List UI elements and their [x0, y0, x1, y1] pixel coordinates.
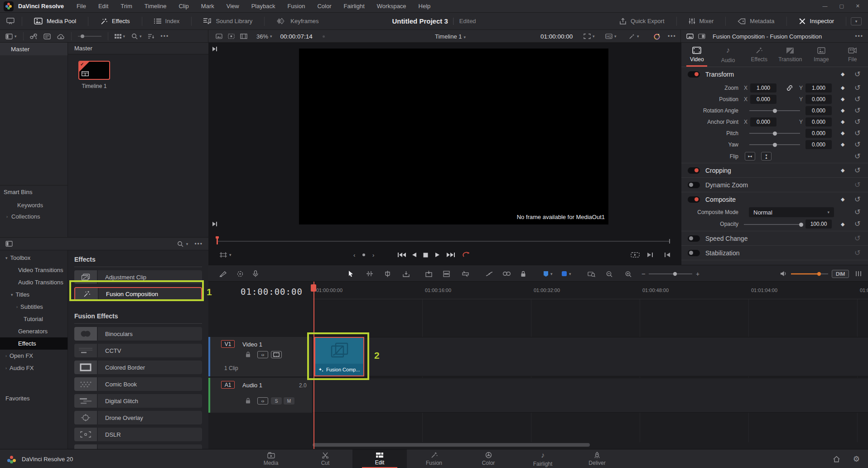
- zoom-in-button[interactable]: +: [696, 265, 699, 282]
- bin-root-master[interactable]: Master: [0, 43, 68, 55]
- tab-audio[interactable]: ♪ Audio: [713, 43, 744, 67]
- page-media[interactable]: Media: [244, 449, 298, 468]
- go-to-last-frame-button[interactable]: [447, 247, 455, 263]
- sidebar-item-favorites[interactable]: Favorites: [0, 392, 68, 405]
- dynamic-zoom-toggle[interactable]: [688, 182, 700, 188]
- relink-icon[interactable]: [30, 33, 37, 39]
- flip-reset-icon[interactable]: ↺: [854, 153, 860, 160]
- rotation-field[interactable]: 0.000: [805, 106, 832, 115]
- cropping-keyframe-icon[interactable]: ◆: [841, 167, 844, 173]
- fit-to-fill-button[interactable]: [462, 265, 469, 282]
- audio-track-badge[interactable]: A1: [221, 381, 235, 389]
- trim-edit-mode-button[interactable]: [366, 265, 373, 282]
- composite-keyframe-icon[interactable]: ◆: [841, 196, 844, 202]
- pitch-field[interactable]: 0.000: [805, 129, 832, 138]
- effects-search-icon[interactable]: [177, 241, 183, 247]
- smart-bins-header[interactable]: Smart Bins: [4, 189, 33, 195]
- audio-track-solo-button[interactable]: S: [271, 397, 282, 405]
- page-fairlight[interactable]: ♪ Fairlight: [516, 449, 570, 468]
- stop-button[interactable]: [423, 247, 428, 263]
- retime-curve-button[interactable]: [486, 265, 493, 282]
- add-marker-button[interactable]: ▾: [543, 265, 553, 282]
- voiceover-mic-icon[interactable]: [253, 265, 258, 282]
- transform-toggle[interactable]: [688, 71, 700, 78]
- speed-change-toggle[interactable]: [688, 235, 700, 242]
- video-track-lock-icon[interactable]: [246, 351, 251, 357]
- yaw-keyframe-icon[interactable]: ◆: [841, 141, 844, 147]
- page-color[interactable]: Color: [461, 449, 516, 468]
- menu-file[interactable]: File: [77, 3, 86, 10]
- menu-edit[interactable]: Edit: [98, 3, 108, 10]
- cloud-sync-icon[interactable]: [57, 34, 65, 39]
- jog-dot-icon[interactable]: [362, 247, 365, 263]
- position-keyframe-icon[interactable]: ◆: [841, 96, 844, 102]
- mixer-button[interactable]: Mixer: [681, 13, 721, 30]
- anchor-x-field[interactable]: 0.000: [750, 117, 776, 127]
- page-fusion[interactable]: Fusion: [407, 449, 461, 468]
- opacity-slider[interactable]: [799, 223, 803, 227]
- keyframes-button[interactable]: Keyframes: [269, 13, 326, 30]
- composite-toggle[interactable]: [688, 196, 700, 203]
- position-x-field[interactable]: 0.000: [750, 95, 776, 104]
- tab-transition[interactable]: Transition: [775, 43, 806, 67]
- anchor-y-field[interactable]: 0.000: [805, 117, 832, 127]
- page-deliver[interactable]: Deliver: [570, 449, 624, 468]
- frame-step-forward-icon[interactable]: ›: [372, 247, 374, 263]
- audio-monitor-slider[interactable]: [791, 265, 828, 282]
- timeline-view-options-icon[interactable]: [219, 265, 227, 282]
- dim-button[interactable]: DIM: [832, 270, 849, 278]
- page-cut[interactable]: Cut: [298, 449, 352, 468]
- frame-step-back-icon[interactable]: ‹: [353, 247, 355, 263]
- menu-fairlight[interactable]: Fairlight: [344, 3, 365, 10]
- media-pool-more-icon[interactable]: •••: [161, 33, 169, 39]
- index-button[interactable]: Index: [147, 13, 187, 30]
- clean-feed-icon[interactable]: ▾: [219, 247, 231, 263]
- loop-range-icon[interactable]: [631, 247, 640, 263]
- menu-view[interactable]: View: [227, 3, 239, 10]
- rotation-slider[interactable]: [773, 109, 777, 113]
- insert-clip-button[interactable]: [403, 265, 410, 282]
- timeline-horizontal-scrollbar[interactable]: [313, 443, 590, 447]
- viewer-fit-icon[interactable]: ▾: [583, 34, 595, 39]
- flip-vertical-button[interactable]: ▾▴: [761, 152, 772, 161]
- tab-file[interactable]: File: [837, 43, 868, 67]
- tab-image[interactable]: Image: [806, 43, 837, 67]
- marker-color-button[interactable]: ▾: [561, 265, 571, 282]
- video-track-filmstrip-icon[interactable]: [271, 351, 282, 358]
- effects-button[interactable]: Effects: [93, 13, 137, 30]
- sidebar-item-subtitles[interactable]: ›Subtitles: [0, 301, 68, 313]
- viewer-more-icon[interactable]: •••: [668, 33, 676, 39]
- composite-mode-dropdown[interactable]: Normal▾: [749, 207, 834, 217]
- viewer-in-marker-icon[interactable]: [212, 46, 217, 52]
- stabilization-reset-icon[interactable]: ↺: [854, 249, 860, 257]
- menu-help[interactable]: Help: [419, 3, 431, 10]
- effects-search-chevron[interactable]: ▾: [186, 242, 188, 246]
- timeline-full-extent-zoom-button[interactable]: [588, 265, 595, 282]
- viewer-mode-overlay-icon[interactable]: [228, 34, 235, 39]
- menu-fusion[interactable]: Fusion: [287, 3, 305, 10]
- next-edit-icon[interactable]: [647, 247, 653, 263]
- composite-section-header[interactable]: Composite ◆ ↺: [681, 192, 868, 206]
- sidebar-item-toolbox[interactable]: ▾Toolbox: [0, 252, 68, 264]
- audio-monitor-speaker-icon[interactable]: [780, 265, 787, 282]
- dynamic-zoom-section-header[interactable]: Dynamic Zoom ↺: [681, 178, 868, 192]
- transform-reset-icon[interactable]: ↺: [854, 71, 860, 78]
- grid-view-icon[interactable]: ▾: [115, 34, 125, 39]
- position-y-field[interactable]: 0.000: [805, 95, 832, 104]
- sidebar-item-generators[interactable]: Generators: [0, 325, 68, 337]
- position-lock-button[interactable]: [521, 265, 526, 282]
- panel-collapse-icon[interactable]: ▾: [851, 17, 862, 25]
- composite-reset-icon[interactable]: ↺: [854, 196, 860, 203]
- inspector-more-icon[interactable]: •••: [855, 33, 863, 39]
- timeline-thumbnail[interactable]: ✓: [78, 61, 110, 80]
- effect-item-partial[interactable]: [74, 444, 202, 449]
- sidebar-item-audio-fx[interactable]: ›Audio FX: [0, 362, 68, 374]
- detail-zoom-button[interactable]: [606, 265, 613, 282]
- effect-item-comic-book[interactable]: Comic Book: [74, 377, 202, 391]
- window-maximize-button[interactable]: ▢: [839, 3, 844, 9]
- timeline-tracks-panel-icon[interactable]: [855, 265, 862, 282]
- go-to-first-frame-button[interactable]: [398, 247, 406, 263]
- viewer-mode-multicam-icon[interactable]: [240, 34, 247, 39]
- razor-edit-mode-button[interactable]: [385, 265, 391, 282]
- stacked-timelines-icon[interactable]: [236, 265, 244, 282]
